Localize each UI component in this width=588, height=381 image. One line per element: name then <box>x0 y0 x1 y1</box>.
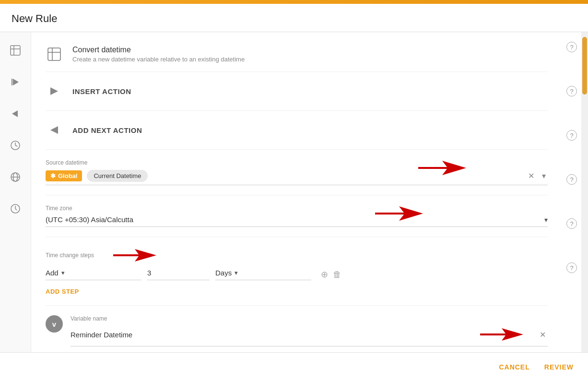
source-datetime-section: Source datetime ✱ Global Current Datetim… <box>46 150 548 195</box>
time-change-row: Add ▾ Days ▾ ⊕ 🗑 <box>46 269 548 280</box>
convert-datetime-icon <box>46 46 63 63</box>
help-icon-6[interactable]: ? <box>566 262 577 273</box>
svg-marker-19 <box>50 126 58 134</box>
variable-name-value: Reminder Datetime <box>71 331 475 339</box>
source-datetime-field-row: ✱ Global Current Datetime ✕ ▾ <box>46 170 548 185</box>
help-icon-4[interactable]: ? <box>566 174 577 185</box>
sidebar-icon-clock2[interactable] <box>7 200 24 217</box>
sidebar-icon-forward[interactable] <box>7 105 24 122</box>
insert-action-row: INSERT ACTION <box>46 72 548 111</box>
global-badge-icon: ✱ <box>50 172 56 179</box>
arrow-annotation-4 <box>475 326 528 343</box>
svg-marker-5 <box>12 110 18 117</box>
convert-datetime-text: Convert datetime Create a new datetime v… <box>72 46 245 63</box>
svg-line-14 <box>15 209 17 210</box>
left-sidebar <box>0 32 31 381</box>
svg-marker-3 <box>13 79 19 85</box>
help-icon-3[interactable]: ? <box>566 130 577 141</box>
operation-value: Add <box>46 269 59 277</box>
svg-rect-0 <box>11 46 20 55</box>
svg-line-8 <box>15 145 17 146</box>
page-title: New Rule <box>12 12 57 24</box>
convert-datetime-desc: Create a new datetime variable relative … <box>72 56 245 63</box>
add-next-action-icon <box>46 121 63 139</box>
variable-icon: v <box>46 315 63 333</box>
variable-name-section: v Variable name Reminder Datetime ✕ <box>46 306 548 356</box>
move-icon[interactable]: ⊕ <box>321 269 328 280</box>
amount-input[interactable] <box>147 269 210 280</box>
svg-marker-23 <box>480 328 523 341</box>
insert-action-label: INSERT ACTION <box>72 87 131 95</box>
insert-action-icon <box>46 83 63 100</box>
source-datetime-dropdown[interactable]: ▾ <box>540 170 548 181</box>
global-badge-label: Global <box>58 172 77 179</box>
timezone-value: (UTC +05:30) Asia/Calcutta <box>46 215 544 224</box>
current-datetime-value: Current Datetime <box>87 170 148 182</box>
svg-rect-15 <box>48 48 60 60</box>
svg-marker-22 <box>113 249 156 262</box>
source-datetime-clear[interactable]: ✕ <box>526 170 536 181</box>
source-datetime-actions: ✕ ▾ <box>526 170 548 181</box>
arrow-annotation-3 <box>108 247 161 264</box>
review-button[interactable]: REVIEW <box>544 363 574 371</box>
variable-name-label: Variable name <box>71 315 548 322</box>
sidebar-icon-table[interactable] <box>7 42 24 59</box>
form-area: Convert datetime Create a new datetime v… <box>31 32 562 381</box>
time-change-steps-label: Time change steps <box>46 252 94 259</box>
variable-field-wrap: Variable name Reminder Datetime ✕ <box>71 315 548 346</box>
add-next-action-label: ADD NEXT ACTION <box>72 126 142 134</box>
timezone-field[interactable]: (UTC +05:30) Asia/Calcutta ▾ <box>46 215 548 227</box>
content-area: Convert datetime Create a new datetime v… <box>0 32 588 381</box>
operation-arrow[interactable]: ▾ <box>61 269 65 276</box>
timezone-label: Time zone <box>46 205 548 212</box>
sidebar-icon-globe[interactable] <box>7 168 24 186</box>
variable-name-clear[interactable]: ✕ <box>538 329 548 340</box>
variable-name-field: Reminder Datetime ✕ <box>71 326 548 346</box>
add-step-button[interactable]: ADD STEP <box>46 288 79 295</box>
footer-bar: CANCEL REVIEW <box>0 352 588 381</box>
timezone-section: Time zone (UTC +05:30) Asia/Calcutta ▾ <box>46 195 548 237</box>
help-icon-5[interactable]: ? <box>566 218 577 229</box>
cancel-button[interactable]: CANCEL <box>499 363 529 371</box>
right-col: ? ? ? ? ? ? <box>562 32 588 381</box>
time-change-section: Time change steps Add ▾ Days ▾ <box>46 237 548 306</box>
convert-datetime-section: Convert datetime Create a new datetime v… <box>46 37 548 72</box>
convert-datetime-title: Convert datetime <box>72 46 245 54</box>
unit-select[interactable]: Days ▾ <box>215 269 311 280</box>
sidebar-icon-back[interactable] <box>7 73 24 91</box>
global-badge: ✱ Global <box>46 170 82 181</box>
step-actions: ⊕ 🗑 <box>321 269 341 280</box>
scrollbar[interactable] <box>581 32 588 381</box>
unit-arrow[interactable]: ▾ <box>235 269 238 276</box>
delete-icon[interactable]: 🗑 <box>333 270 341 280</box>
top-bar <box>0 0 588 4</box>
help-icon-2[interactable]: ? <box>566 86 577 96</box>
operation-select[interactable]: Add ▾ <box>46 269 141 280</box>
source-datetime-label: Source datetime <box>46 159 548 166</box>
svg-marker-18 <box>50 87 58 95</box>
sidebar-icon-clock1[interactable] <box>7 137 24 154</box>
timezone-arrow[interactable]: ▾ <box>544 216 548 224</box>
help-col: ? ? ? ? ? ? <box>562 32 581 381</box>
help-icon-1[interactable]: ? <box>566 42 577 52</box>
unit-value: Days <box>215 269 232 277</box>
page-header: New Rule <box>0 4 588 32</box>
add-next-action-row: ADD NEXT ACTION <box>46 111 548 150</box>
scrollbar-thumb[interactable] <box>582 37 587 95</box>
